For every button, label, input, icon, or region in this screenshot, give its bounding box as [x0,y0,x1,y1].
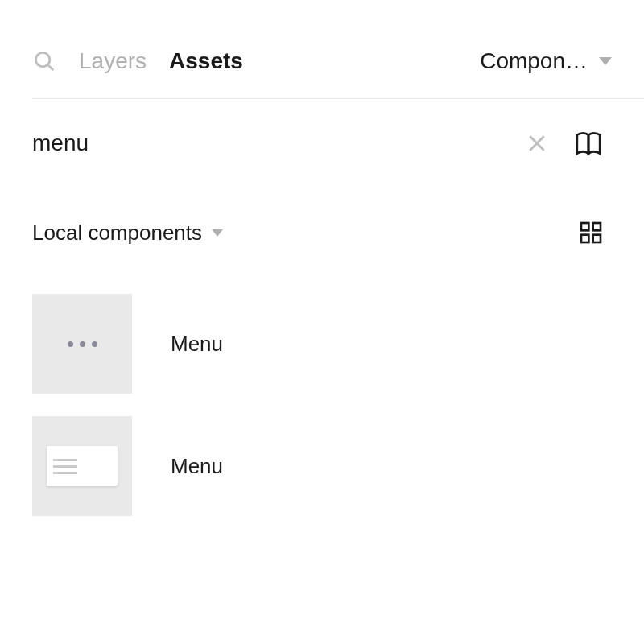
svg-rect-5 [593,223,601,230]
tab-assets[interactable]: Assets [169,48,243,74]
ellipsis-icon [68,341,97,347]
clear-search-button[interactable] [525,131,549,155]
menu-preview-icon [47,446,118,486]
assets-panel: Layers Assets Compon… Local components [32,0,644,516]
component-thumbnail [32,294,132,394]
search-icon[interactable] [32,49,56,73]
grid-view-button[interactable] [578,220,604,246]
list-item[interactable]: Menu [32,294,644,394]
svg-rect-6 [581,235,588,242]
close-icon [525,131,549,155]
svg-rect-7 [593,235,601,242]
search-input[interactable] [32,130,525,156]
page-selector-label: Compon… [480,48,588,74]
chevron-down-icon [599,57,612,65]
library-button[interactable] [573,128,604,159]
section-row: Local components [32,175,644,270]
section-dropdown[interactable]: Local components [32,221,223,246]
tab-row: Layers Assets Compon… [32,48,644,99]
results-list: Menu Menu [32,270,644,516]
tab-layers[interactable]: Layers [79,48,147,74]
grid-icon [578,220,604,246]
book-icon [573,128,604,159]
component-thumbnail [32,416,132,516]
svg-rect-4 [581,223,588,230]
svg-line-1 [48,65,54,71]
component-name: Menu [171,332,223,357]
component-name: Menu [171,454,223,479]
search-row [32,99,644,175]
chevron-down-icon [212,229,223,237]
section-label-text: Local components [32,221,202,246]
page-selector[interactable]: Compon… [480,48,644,74]
svg-point-0 [35,52,50,67]
list-item[interactable]: Menu [32,416,644,516]
